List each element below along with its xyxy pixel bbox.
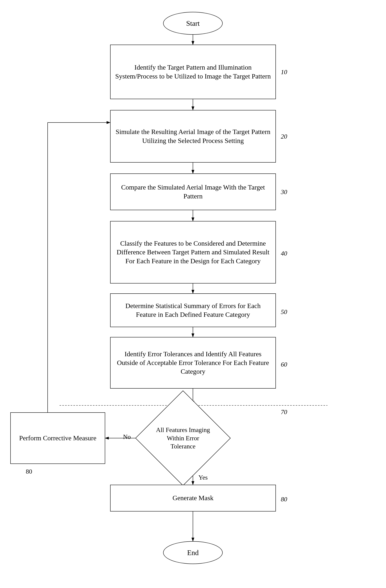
- end-node: End: [163, 541, 223, 564]
- start-node: Start: [163, 12, 223, 35]
- step-30-text: Compare the Simulated Aerial Image With …: [114, 183, 272, 200]
- step-40-text: Classify the Features to be Considered a…: [114, 239, 272, 265]
- step-30-ref: 30: [281, 188, 287, 196]
- step-70-diamond: All Features Imaging Within Error Tolera…: [135, 391, 231, 486]
- step-50-text: Determine Statistical Summary of Errors …: [114, 301, 272, 319]
- step-40-box: Classify the Features to be Considered a…: [110, 221, 276, 283]
- step-20-ref: 20: [281, 133, 287, 140]
- step-60-text: Identify Error Tolerances and Identify A…: [114, 350, 272, 376]
- start-label: Start: [186, 19, 200, 28]
- step-10-text: Identify the Target Pattern and Illumina…: [114, 63, 272, 81]
- mask-ref: 80: [281, 496, 287, 503]
- generate-mask-text: Generate Mask: [172, 494, 214, 502]
- step-70-diamond-container: All Features Imaging Within Error Tolera…: [149, 404, 237, 472]
- end-label: End: [187, 548, 199, 557]
- no-label: No: [123, 433, 131, 441]
- flowchart: Start Identify the Target Pattern and Il…: [0, 0, 386, 588]
- corrective-box: Perform Corrective Measure: [10, 412, 105, 464]
- step-50-ref: 50: [281, 308, 287, 315]
- step-10-ref: 10: [281, 68, 287, 76]
- step-60-box: Identify Error Tolerances and Identify A…: [110, 337, 276, 389]
- step-70-ref: 70: [281, 408, 287, 416]
- yes-label: Yes: [199, 474, 208, 481]
- generate-mask-box: Generate Mask: [110, 485, 276, 511]
- step-70-text: All Features Imaging Within Error Tolera…: [155, 426, 211, 451]
- corrective-text: Perform Corrective Measure: [19, 434, 96, 442]
- step-20-box: Simulate the Resulting Aerial Image of t…: [110, 110, 276, 163]
- step-50-box: Determine Statistical Summary of Errors …: [110, 294, 276, 327]
- step-20-text: Simulate the Resulting Aerial Image of t…: [114, 127, 272, 145]
- step-40-ref: 40: [281, 250, 287, 257]
- step-30-box: Compare the Simulated Aerial Image With …: [110, 173, 276, 210]
- step-60-ref: 60: [281, 361, 287, 368]
- step-10-box: Identify the Target Pattern and Illumina…: [110, 45, 276, 99]
- corrective-ref: 80: [26, 468, 32, 475]
